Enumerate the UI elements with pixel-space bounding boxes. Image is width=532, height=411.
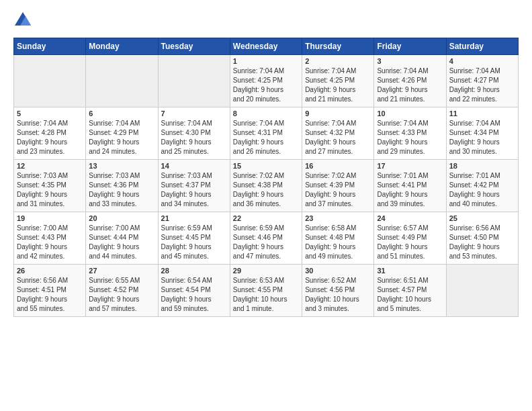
day-number: 12: [17, 162, 83, 170]
day-number: 4: [449, 57, 515, 65]
calendar-cell: 20Sunrise: 7:00 AM Sunset: 4:44 PM Dayli…: [86, 212, 158, 265]
header-cell-wednesday: Wednesday: [230, 38, 302, 55]
day-info: Sunrise: 7:03 AM Sunset: 4:35 PM Dayligh…: [17, 171, 83, 209]
day-info: Sunrise: 6:56 AM Sunset: 4:50 PM Dayligh…: [449, 224, 515, 261]
day-info: Sunrise: 7:00 AM Sunset: 4:43 PM Dayligh…: [17, 224, 83, 261]
day-number: 9: [305, 109, 371, 118]
logo-icon: [13, 11, 32, 30]
day-number: 20: [89, 214, 154, 222]
calendar-body: 1Sunrise: 7:04 AM Sunset: 4:25 PM Daylig…: [14, 55, 519, 317]
calendar-cell: 26Sunrise: 6:56 AM Sunset: 4:51 PM Dayli…: [14, 265, 86, 317]
day-number: 24: [377, 214, 443, 222]
day-number: 16: [305, 162, 371, 170]
calendar-week-1: 1Sunrise: 7:04 AM Sunset: 4:25 PM Daylig…: [14, 55, 519, 107]
day-number: 28: [161, 267, 227, 275]
day-number: 23: [305, 214, 371, 222]
header-cell-monday: Monday: [86, 38, 158, 55]
day-number: 2: [305, 57, 371, 65]
day-number: 3: [377, 57, 443, 65]
day-info: Sunrise: 6:59 AM Sunset: 4:46 PM Dayligh…: [233, 224, 299, 261]
day-number: 31: [377, 267, 443, 275]
day-info: Sunrise: 7:04 AM Sunset: 4:32 PM Dayligh…: [305, 119, 371, 156]
day-info: Sunrise: 7:04 AM Sunset: 4:25 PM Dayligh…: [233, 66, 299, 104]
calendar-cell: 31Sunrise: 6:51 AM Sunset: 4:57 PM Dayli…: [374, 265, 446, 317]
calendar-cell: 28Sunrise: 6:54 AM Sunset: 4:54 PM Dayli…: [158, 265, 230, 317]
calendar-cell: 2Sunrise: 7:04 AM Sunset: 4:25 PM Daylig…: [302, 55, 374, 107]
day-info: Sunrise: 7:02 AM Sunset: 4:38 PM Dayligh…: [233, 171, 299, 209]
header-cell-tuesday: Tuesday: [158, 38, 230, 55]
day-info: Sunrise: 7:02 AM Sunset: 4:39 PM Dayligh…: [305, 171, 371, 209]
day-number: 17: [377, 162, 443, 170]
page: SundayMondayTuesdayWednesdayThursdayFrid…: [0, 0, 532, 325]
day-info: Sunrise: 7:01 AM Sunset: 4:42 PM Dayligh…: [449, 171, 515, 209]
header-cell-thursday: Thursday: [302, 38, 374, 55]
day-info: Sunrise: 6:52 AM Sunset: 4:56 PM Dayligh…: [305, 276, 371, 314]
day-number: 25: [449, 214, 515, 222]
day-number: 13: [89, 162, 154, 170]
day-info: Sunrise: 7:04 AM Sunset: 4:31 PM Dayligh…: [233, 119, 299, 156]
day-info: Sunrise: 6:51 AM Sunset: 4:57 PM Dayligh…: [377, 276, 443, 314]
calendar-cell: 3Sunrise: 7:04 AM Sunset: 4:26 PM Daylig…: [374, 55, 446, 107]
day-info: Sunrise: 6:59 AM Sunset: 4:45 PM Dayligh…: [161, 224, 227, 261]
calendar-cell: 25Sunrise: 6:56 AM Sunset: 4:50 PM Dayli…: [446, 212, 518, 265]
day-info: Sunrise: 7:03 AM Sunset: 4:37 PM Dayligh…: [161, 171, 227, 209]
logo: [13, 11, 35, 30]
day-info: Sunrise: 7:04 AM Sunset: 4:28 PM Dayligh…: [17, 119, 83, 156]
calendar-week-3: 12Sunrise: 7:03 AM Sunset: 4:35 PM Dayli…: [14, 160, 519, 212]
calendar-week-2: 5Sunrise: 7:04 AM Sunset: 4:28 PM Daylig…: [14, 107, 519, 160]
calendar-cell: 29Sunrise: 6:53 AM Sunset: 4:55 PM Dayli…: [230, 265, 302, 317]
day-info: Sunrise: 7:04 AM Sunset: 4:25 PM Dayligh…: [305, 66, 371, 104]
calendar-cell: 1Sunrise: 7:04 AM Sunset: 4:25 PM Daylig…: [230, 55, 302, 107]
calendar-cell: 4Sunrise: 7:04 AM Sunset: 4:27 PM Daylig…: [446, 55, 518, 107]
calendar-cell: 10Sunrise: 7:04 AM Sunset: 4:33 PM Dayli…: [374, 107, 446, 160]
day-info: Sunrise: 7:04 AM Sunset: 4:26 PM Dayligh…: [377, 66, 443, 104]
calendar-cell: 12Sunrise: 7:03 AM Sunset: 4:35 PM Dayli…: [14, 160, 86, 212]
day-number: 11: [449, 109, 515, 118]
day-info: Sunrise: 7:04 AM Sunset: 4:27 PM Dayligh…: [449, 66, 515, 104]
calendar-cell: 17Sunrise: 7:01 AM Sunset: 4:41 PM Dayli…: [374, 160, 446, 212]
day-info: Sunrise: 7:03 AM Sunset: 4:36 PM Dayligh…: [89, 171, 154, 209]
calendar-week-4: 19Sunrise: 7:00 AM Sunset: 4:43 PM Dayli…: [14, 212, 519, 265]
day-number: 6: [89, 109, 154, 118]
day-number: 10: [377, 109, 443, 118]
calendar-cell: 6Sunrise: 7:04 AM Sunset: 4:29 PM Daylig…: [86, 107, 158, 160]
calendar-cell: [446, 265, 518, 317]
header-cell-sunday: Sunday: [14, 38, 86, 55]
calendar-cell: [158, 55, 230, 107]
day-number: 22: [233, 214, 299, 222]
calendar-cell: 18Sunrise: 7:01 AM Sunset: 4:42 PM Dayli…: [446, 160, 518, 212]
day-info: Sunrise: 7:04 AM Sunset: 4:29 PM Dayligh…: [89, 119, 154, 156]
calendar-cell: 30Sunrise: 6:52 AM Sunset: 4:56 PM Dayli…: [302, 265, 374, 317]
day-info: Sunrise: 6:55 AM Sunset: 4:52 PM Dayligh…: [89, 276, 154, 314]
calendar-cell: 24Sunrise: 6:57 AM Sunset: 4:49 PM Dayli…: [374, 212, 446, 265]
calendar-cell: 7Sunrise: 7:04 AM Sunset: 4:30 PM Daylig…: [158, 107, 230, 160]
day-info: Sunrise: 6:58 AM Sunset: 4:48 PM Dayligh…: [305, 224, 371, 261]
calendar-cell: 21Sunrise: 6:59 AM Sunset: 4:45 PM Dayli…: [158, 212, 230, 265]
day-number: 1: [233, 57, 299, 65]
day-number: 7: [161, 109, 227, 118]
calendar-cell: 16Sunrise: 7:02 AM Sunset: 4:39 PM Dayli…: [302, 160, 374, 212]
calendar-cell: 23Sunrise: 6:58 AM Sunset: 4:48 PM Dayli…: [302, 212, 374, 265]
header-row: SundayMondayTuesdayWednesdayThursdayFrid…: [14, 38, 519, 55]
day-number: 18: [449, 162, 515, 170]
day-number: 14: [161, 162, 227, 170]
day-number: 27: [89, 267, 154, 275]
calendar-cell: 13Sunrise: 7:03 AM Sunset: 4:36 PM Dayli…: [86, 160, 158, 212]
calendar-cell: [14, 55, 86, 107]
day-number: 26: [17, 267, 83, 275]
calendar-cell: 11Sunrise: 7:04 AM Sunset: 4:34 PM Dayli…: [446, 107, 518, 160]
calendar-cell: 27Sunrise: 6:55 AM Sunset: 4:52 PM Dayli…: [86, 265, 158, 317]
day-info: Sunrise: 7:00 AM Sunset: 4:44 PM Dayligh…: [89, 224, 154, 261]
calendar-cell: 22Sunrise: 6:59 AM Sunset: 4:46 PM Dayli…: [230, 212, 302, 265]
day-info: Sunrise: 6:57 AM Sunset: 4:49 PM Dayligh…: [377, 224, 443, 261]
day-info: Sunrise: 6:53 AM Sunset: 4:55 PM Dayligh…: [233, 276, 299, 314]
day-info: Sunrise: 7:04 AM Sunset: 4:34 PM Dayligh…: [449, 119, 515, 156]
day-info: Sunrise: 7:01 AM Sunset: 4:41 PM Dayligh…: [377, 171, 443, 209]
header: [13, 11, 519, 30]
calendar-cell: 9Sunrise: 7:04 AM Sunset: 4:32 PM Daylig…: [302, 107, 374, 160]
day-info: Sunrise: 6:54 AM Sunset: 4:54 PM Dayligh…: [161, 276, 227, 314]
day-number: 29: [233, 267, 299, 275]
calendar-cell: 8Sunrise: 7:04 AM Sunset: 4:31 PM Daylig…: [230, 107, 302, 160]
day-number: 21: [161, 214, 227, 222]
calendar-cell: 14Sunrise: 7:03 AM Sunset: 4:37 PM Dayli…: [158, 160, 230, 212]
